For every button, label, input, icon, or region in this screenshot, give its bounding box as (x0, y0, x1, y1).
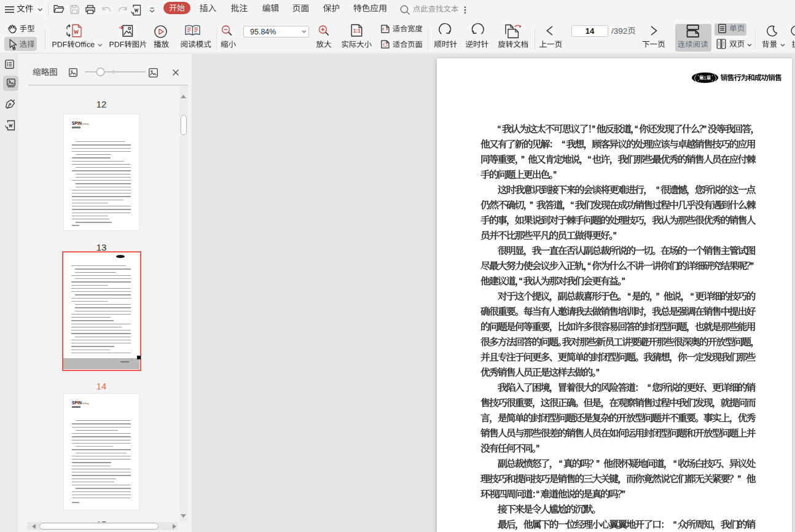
svg-text:1:1: 1:1 (353, 28, 361, 34)
